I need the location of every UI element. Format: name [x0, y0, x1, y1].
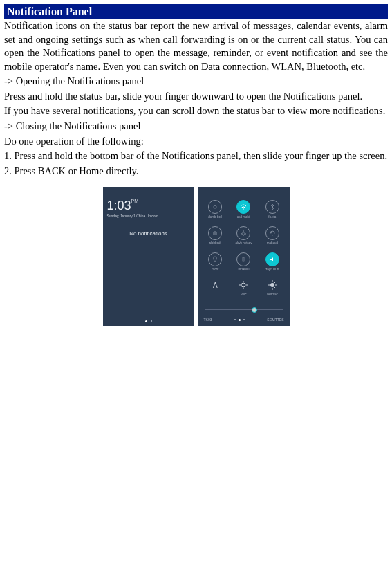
svg-line-15: [274, 287, 276, 288]
page-indicator: [234, 319, 245, 321]
bluetooth-icon: [265, 200, 279, 214]
qs-label: alphbedf: [209, 242, 221, 246]
section-title: Notification Panel: [7, 6, 92, 17]
svg-line-14: [269, 282, 270, 283]
phone-left-notification-panel: 1:03PM Sunday, January 1 China Unicom No…: [103, 187, 194, 326]
brightness-icon: [237, 279, 250, 291]
svg-point-1: [243, 208, 245, 210]
qs-tile[interactable]: alphbedf: [201, 226, 230, 252]
qs-brightness-max[interactable]: sedrasc: [258, 279, 286, 305]
qs-auto-brightness[interactable]: A: [201, 279, 230, 305]
qs-label: usd mobil: [237, 216, 250, 219]
qs-footer: TK03 SOMTTES: [198, 318, 290, 322]
screenshot-row: 1:03PM Sunday, January 1 China Unicom No…: [4, 187, 388, 326]
clock-date: Sunday, January 1 China Unicom: [107, 214, 190, 218]
svg-point-9: [270, 283, 274, 287]
dot-icon: [234, 319, 236, 320]
no-notifications-label: No notifications: [103, 230, 194, 237]
qs-label: sedrasc: [267, 293, 278, 297]
qs-tile[interactable]: usd mobil: [230, 200, 258, 226]
svg-point-0: [214, 205, 216, 208]
qs-label: dumb-bell: [208, 216, 222, 219]
svg-line-16: [269, 287, 270, 288]
closing-heading: -> Closing the Notifications panel: [4, 120, 388, 134]
quick-settings-grid: dumb-bell usd mobil fo.kta alphbedf: [198, 194, 290, 308]
status-bar: [103, 187, 194, 194]
qs-tile[interactable]: mdanu.l: [230, 252, 258, 279]
qs-tile[interactable]: akvb netsav: [230, 226, 258, 252]
airplane-icon: [236, 226, 250, 240]
qs-tile[interactable]: dumb-bell: [201, 200, 230, 226]
svg-point-4: [241, 283, 245, 287]
qs-tile[interactable]: mohf: [201, 252, 230, 279]
data-icon: [208, 226, 222, 240]
clock-time: 1:03PM: [107, 199, 190, 213]
time-block: 1:03PM Sunday, January 1 China Unicom: [103, 194, 194, 225]
closing-step2: 2. Press BACK or Home directly.: [4, 165, 388, 178]
dot-icon: [239, 319, 241, 321]
location-icon: [208, 252, 222, 266]
wifi-icon: [236, 200, 250, 214]
opening-step2: If you have several notifications, you c…: [4, 104, 388, 118]
qs-label: akvb netsav: [235, 242, 252, 246]
page-indicator: [103, 320, 194, 322]
intro-paragraph: Notification icons on the status bar rep…: [4, 19, 388, 73]
section-header: Notification Panel: [4, 4, 388, 19]
qs-label: mdanu.l: [238, 268, 249, 272]
qs-label: zejm club: [265, 268, 279, 272]
qs-label: maboud: [267, 242, 278, 246]
sound-icon: [265, 252, 279, 266]
dot-icon: [151, 320, 152, 322]
body-text: Notification icons on the status bar rep…: [4, 19, 388, 178]
closing-step1: 1. Press and hold the bottom bar of the …: [4, 149, 388, 163]
svg-line-17: [274, 282, 276, 283]
qs-label: vulc: [241, 293, 246, 297]
qs-brightness[interactable]: vulc: [230, 279, 258, 305]
brightness-max-icon: [266, 279, 279, 291]
qs-tile[interactable]: zejm club: [258, 252, 286, 279]
generic-toggle-icon: [208, 200, 222, 214]
auto-brightness-icon: A: [209, 279, 221, 291]
opening-step1: Press and hold the status bar, slide you…: [4, 90, 388, 104]
phone-right-quicksettings: dumb-bell usd mobil fo.kta alphbedf: [198, 187, 290, 326]
rotate-icon: [265, 226, 279, 240]
brightness-slider[interactable]: [205, 309, 283, 310]
qs-tile[interactable]: fo.kta: [258, 200, 286, 226]
flashlight-icon: [236, 252, 250, 266]
qs-label: fo.kta: [268, 216, 276, 219]
opening-heading: -> Opening the Notifications panel: [4, 75, 388, 89]
closing-intro: Do one operation of the following:: [4, 135, 388, 149]
qs-label: mohf: [212, 268, 218, 272]
footer-left-label[interactable]: TK03: [204, 318, 212, 322]
dot-icon: [145, 320, 147, 322]
dot-icon: [243, 319, 245, 320]
time-hours: 1:03: [107, 199, 131, 212]
qs-tile[interactable]: maboud: [258, 226, 286, 252]
time-ampm: PM: [131, 199, 139, 203]
svg-text:A: A: [213, 282, 218, 289]
status-bar: [198, 187, 290, 194]
svg-rect-2: [243, 257, 244, 261]
footer-right-label[interactable]: SOMTTES: [267, 318, 283, 322]
